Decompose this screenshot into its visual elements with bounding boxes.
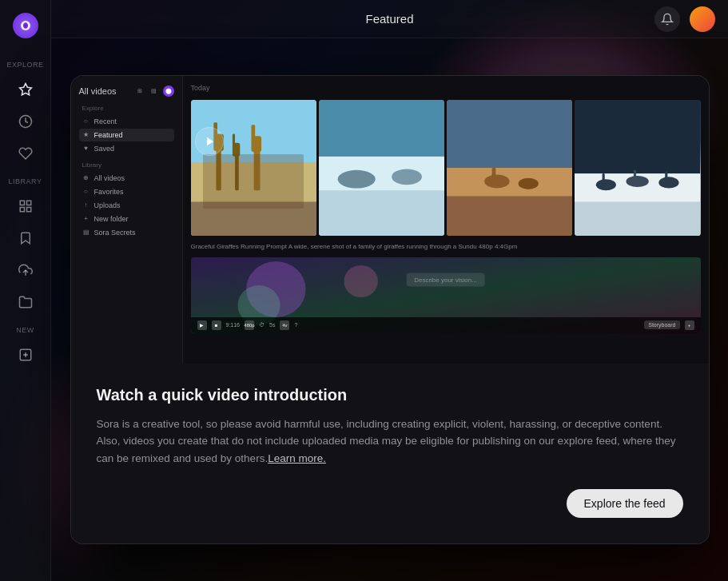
notification-button[interactable] bbox=[654, 6, 680, 32]
app-logo[interactable] bbox=[13, 13, 38, 38]
preview-purple-icon: ⬤ bbox=[163, 86, 174, 97]
bookmark-icon bbox=[18, 231, 33, 245]
svg-rect-42 bbox=[665, 171, 667, 184]
sidebar-item-all[interactable] bbox=[8, 192, 43, 221]
sidebar-new-label: New bbox=[0, 326, 50, 334]
preview-thumb-3 bbox=[447, 100, 572, 236]
preview-recent-label: Recent bbox=[94, 117, 117, 125]
bell-icon bbox=[661, 13, 674, 26]
preview-thumb-2 bbox=[319, 100, 444, 236]
svg-rect-40 bbox=[634, 169, 636, 182]
preview-stop-btn[interactable]: ■ bbox=[212, 320, 221, 330]
thumb1-svg bbox=[191, 100, 316, 236]
preview-nav-newfolder[interactable]: + New folder bbox=[79, 213, 174, 225]
preview-nav-favorites[interactable]: ○ Favorites bbox=[79, 185, 174, 198]
preview-play-btn[interactable]: ▶ bbox=[197, 320, 207, 330]
user-avatar[interactable] bbox=[690, 6, 715, 32]
preview-favorites-icon: ○ bbox=[82, 188, 90, 196]
explore-feed-button[interactable]: Explore the feed bbox=[567, 489, 683, 518]
preview-caption: Graceful Giraffes Running Prompt A wide,… bbox=[191, 241, 701, 253]
preview-duration: ⏱ bbox=[259, 322, 265, 328]
modal-bottom: Watch a quick video introduction Sora is… bbox=[71, 364, 709, 544]
play-icon bbox=[205, 136, 216, 147]
intro-modal: All videos ⊞ ▤ ⬤ Explore ○ Recent bbox=[70, 75, 710, 545]
modal-learn-more-link[interactable]: Learn more. bbox=[268, 452, 326, 464]
preview-main: Today bbox=[183, 76, 709, 364]
svg-rect-36 bbox=[575, 201, 700, 236]
sidebar-item-favorites[interactable] bbox=[8, 224, 43, 253]
preview-recent-icon: ○ bbox=[82, 117, 90, 125]
preview-aspect-btn[interactable]: 4v bbox=[280, 320, 289, 330]
sidebar-item-recent[interactable] bbox=[8, 107, 43, 136]
svg-rect-38 bbox=[603, 173, 605, 185]
upload-icon bbox=[18, 263, 33, 277]
svg-rect-30 bbox=[447, 196, 572, 236]
preview-sorasecrets-icon: ▤ bbox=[82, 229, 90, 237]
app-container: Explore Library New Featured bbox=[0, 0, 728, 581]
sidebar: Explore Library New bbox=[0, 0, 51, 581]
svg-rect-17 bbox=[235, 150, 239, 190]
svg-rect-32 bbox=[492, 168, 496, 184]
preview-storyboard-btn[interactable]: Storyboard bbox=[644, 320, 679, 329]
grid-icon bbox=[18, 199, 33, 213]
preview-more-btn[interactable]: + bbox=[685, 320, 694, 330]
preview-nav-uploads[interactable]: ↑ Uploads bbox=[79, 199, 174, 212]
preview-featured-icon: ★ bbox=[82, 131, 90, 139]
preview-prompt-input[interactable]: Describe your vision... bbox=[406, 273, 485, 287]
svg-point-26 bbox=[337, 169, 375, 188]
sidebar-item-library[interactable] bbox=[8, 139, 43, 168]
sidebar-item-uploads[interactable] bbox=[8, 256, 43, 285]
preview-video-controls: ▶ ■ 9:116 480p ⏱ 5s 4v ? Storyboard + bbox=[191, 317, 701, 333]
svg-rect-5 bbox=[26, 208, 30, 212]
preview-uploads-icon: ↑ bbox=[82, 201, 90, 209]
modal-title: Watch a quick video introduction bbox=[97, 386, 683, 404]
sidebar-explore-label: Explore bbox=[0, 61, 50, 69]
sidebar-library-label: Library bbox=[0, 177, 50, 185]
preview-sidebar-header: All videos ⊞ ▤ ⬤ bbox=[79, 86, 174, 97]
preview-saved-label: Saved bbox=[94, 145, 115, 153]
preview-newfolder-icon: + bbox=[82, 215, 90, 223]
preview-grid-icon: ▤ bbox=[149, 86, 160, 97]
svg-point-31 bbox=[484, 174, 509, 188]
preview-nav-recent[interactable]: ○ Recent bbox=[79, 115, 174, 128]
preview-video-player: Describe your vision... ▶ ■ 9:116 480p ⏱… bbox=[191, 257, 701, 333]
header-title: Featured bbox=[365, 12, 413, 26]
app-preview: All videos ⊞ ▤ ⬤ Explore ○ Recent bbox=[71, 76, 709, 364]
main-content: All videos ⊞ ▤ ⬤ Explore ○ Recent bbox=[51, 38, 728, 581]
sidebar-item-featured[interactable] bbox=[8, 75, 43, 104]
preview-nav-saved[interactable]: ♥ Saved bbox=[79, 142, 174, 155]
preview-grid bbox=[191, 100, 701, 236]
svg-rect-20 bbox=[253, 147, 260, 190]
svg-rect-25 bbox=[319, 190, 444, 236]
preview-sorasecrets-label: Sora Secrets bbox=[94, 229, 136, 237]
sidebar-item-new[interactable] bbox=[8, 340, 43, 369]
svg-rect-13 bbox=[191, 201, 316, 236]
sidebar-item-assets[interactable] bbox=[8, 288, 43, 316]
svg-point-46 bbox=[344, 265, 378, 297]
svg-rect-22 bbox=[251, 125, 255, 138]
star-icon bbox=[18, 82, 33, 97]
modal-overlay: All videos ⊞ ▤ ⬤ Explore ○ Recent bbox=[51, 38, 728, 581]
logo-icon bbox=[18, 18, 33, 33]
svg-point-41 bbox=[659, 177, 679, 188]
preview-nav-sorasecrets[interactable]: ▤ Sora Secrets bbox=[79, 226, 174, 239]
svg-point-37 bbox=[596, 179, 616, 190]
preview-res-btn[interactable]: 480p bbox=[245, 320, 254, 330]
svg-marker-47 bbox=[206, 137, 213, 145]
preview-sidebar-title: All videos bbox=[79, 86, 117, 96]
svg-point-33 bbox=[519, 177, 539, 189]
preview-date: Today bbox=[191, 84, 701, 92]
preview-help: ? bbox=[294, 322, 297, 328]
svg-point-39 bbox=[627, 176, 649, 187]
preview-allvideos-label: All videos bbox=[94, 174, 125, 182]
preview-explore-label: Explore bbox=[79, 105, 174, 112]
preview-nav-allvideos[interactable]: ⊕ All videos bbox=[79, 172, 174, 185]
new-icon bbox=[18, 348, 33, 362]
preview-nav-featured[interactable]: ★ Featured bbox=[79, 129, 174, 141]
preview-saved-icon: ♥ bbox=[82, 145, 90, 153]
play-button[interactable] bbox=[195, 127, 224, 156]
header-actions bbox=[654, 6, 715, 32]
preview-filter-icon: ⊞ bbox=[134, 86, 145, 97]
heart-icon bbox=[18, 146, 33, 161]
preview-uploads-label: Uploads bbox=[94, 201, 121, 209]
